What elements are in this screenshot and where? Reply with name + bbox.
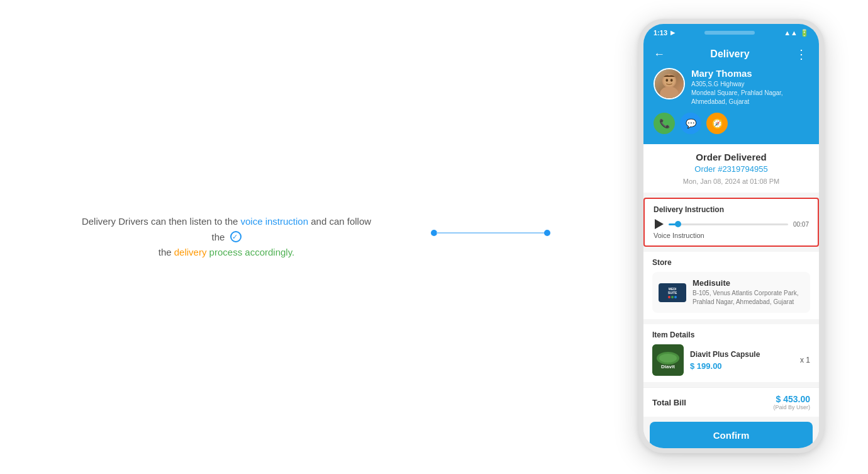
nav-title: Delivery [710,48,749,60]
svg-point-7 [659,354,677,363]
status-bar: 1:13 ▶ ▲▲ 🔋 [643,24,819,42]
progress-bar[interactable] [669,223,788,225]
back-button[interactable]: ← [654,48,665,61]
item-price: $ 199.00 [690,361,794,371]
item-quantity: x 1 [800,356,810,364]
delivery-instruction-card: Delivery Instruction 00:07 Voice Instruc… [643,198,819,247]
avatar [654,68,685,99]
annotation-area: Delivery Drivers can then listen to the … [0,0,453,474]
order-card: Order Delivered Order #2319794955 Mon, J… [643,144,819,193]
annotation-text: Delivery Drivers can then listen to the … [75,214,377,260]
profile-info: Mary Thomas A305,S.G Highway Mondeal Squ… [691,68,809,106]
order-number: Order #2319794955 [654,164,809,174]
play-button[interactable] [655,219,664,229]
svg-point-3 [665,79,668,82]
item-section: Item Details Diavit Diavit Plus Capsule … [643,324,819,382]
total-amount: $ 453.00 [773,394,810,404]
confirm-button[interactable]: Confirm [650,422,813,448]
progress-dot [675,221,681,227]
audio-player: 00:07 [654,219,809,229]
order-date: Mon, Jan 08, 2024 at 01:08 PM [654,178,809,185]
avatar-image [655,69,684,98]
wifi-icon: ▲▲ [784,29,798,37]
total-right: $ 453.00 (Paid By User) [773,394,810,410]
item-section-title: Item Details [652,330,810,339]
navigate-button[interactable]: 🧭 [706,113,728,134]
message-icon: 💬 [686,118,696,128]
svg-point-1 [660,87,678,99]
navigate-icon: 🧭 [712,118,723,128]
item-name: Diavit Plus Capsule [690,350,794,359]
app-header: ← Delivery ⋮ [643,42,819,144]
svg-point-4 [670,79,673,82]
paid-by-label: (Paid By User) [773,404,810,410]
progress-fill [669,223,678,225]
item-info: Diavit Plus Capsule $ 199.00 [690,350,794,371]
location-icon: ▶ [670,30,675,36]
connector-line-inner [437,232,547,234]
total-bill-label: Total Bill [652,398,686,407]
svg-text:Diavit: Diavit [661,364,675,370]
content-area[interactable]: Order Delivered Order #2319794955 Mon, J… [643,144,819,448]
notch-bar [704,31,755,35]
profile-address: A305,S.G Highway Mondeal Square, Prahlad… [691,80,809,106]
store-address: B-105, Venus Atlantis Corporate Park,Pra… [693,289,804,307]
store-section: Store MEDISUITE Medisuite [643,252,819,319]
store-logo: MEDISUITE [659,283,686,302]
store-section-title: Store [652,258,810,267]
phone-screen: ← Delivery ⋮ [643,42,819,448]
call-button[interactable]: 📞 [654,113,675,134]
profile-name: Mary Thomas [691,68,809,79]
total-bill-section: Total Bill $ 453.00 (Paid By User) [643,387,819,417]
battery-icon: 🔋 [800,29,809,37]
connector-dot-right [544,230,550,236]
profile-section: Mary Thomas A305,S.G Highway Mondeal Squ… [654,68,809,106]
voice-instruction-label: Voice Instruction [654,232,809,239]
message-button[interactable]: 💬 [680,113,701,134]
more-button[interactable]: ⋮ [795,47,809,62]
delivery-instruction-title: Delivery Instruction [654,205,809,214]
store-info: Medisuite B-105, Venus Atlantis Corporat… [693,278,804,307]
action-buttons: 📞 💬 🧭 [654,113,809,134]
annotation-highlight-delivery: delivery [174,247,207,257]
item-image: Diavit [652,344,684,376]
check-icon [230,231,242,242]
order-delivered-title: Order Delivered [654,152,809,162]
item-card: Diavit Diavit Plus Capsule $ 199.00 x 1 [652,344,810,376]
store-card: MEDISUITE Medisuite B-105, Venus Atlanti… [652,272,810,313]
connector-line [431,232,547,234]
annotation-highlight-voice: voice instruction [240,216,308,227]
nav-bar: ← Delivery ⋮ [654,47,809,62]
call-icon: 📞 [659,118,670,128]
status-left: 1:13 ▶ [654,29,675,37]
annotation-line1: Delivery Drivers can then listen to the [82,216,241,227]
phone-mockup: 1:13 ▶ ▲▲ 🔋 ← Delivery ⋮ [638,19,824,453]
store-name: Medisuite [693,278,804,288]
audio-duration: 00:07 [793,221,809,228]
status-right: ▲▲ 🔋 [784,29,809,37]
time-display: 1:13 [654,29,667,37]
